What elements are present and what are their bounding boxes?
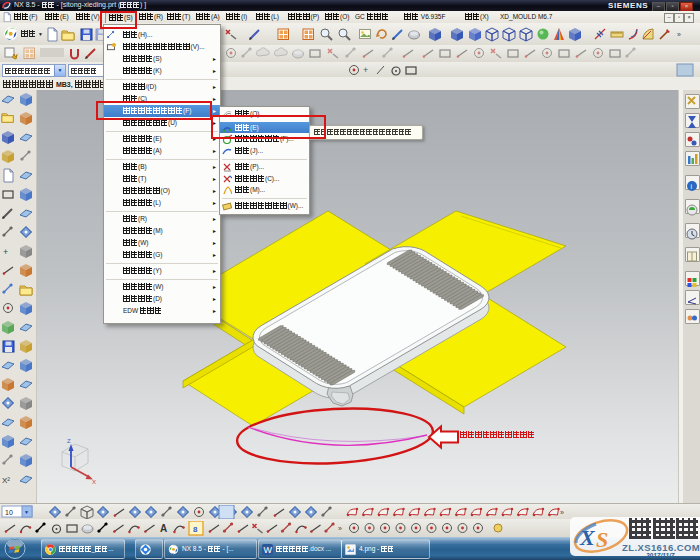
svg-text:»: »	[560, 509, 564, 516]
svg-text:A: A	[160, 523, 167, 534]
svg-text:10: 10	[5, 509, 13, 516]
svg-text:▼: ▼	[24, 509, 29, 515]
svg-text:X: X	[579, 525, 596, 550]
svg-text:+: +	[363, 65, 368, 75]
svg-text:8: 8	[193, 524, 198, 533]
svg-text:»: »	[677, 31, 681, 38]
svg-text:+: +	[3, 247, 8, 257]
svg-text:X²: X²	[2, 476, 10, 485]
svg-text:W: W	[264, 545, 273, 555]
svg-text:S: S	[596, 527, 608, 552]
svg-text:»: »	[338, 525, 342, 532]
